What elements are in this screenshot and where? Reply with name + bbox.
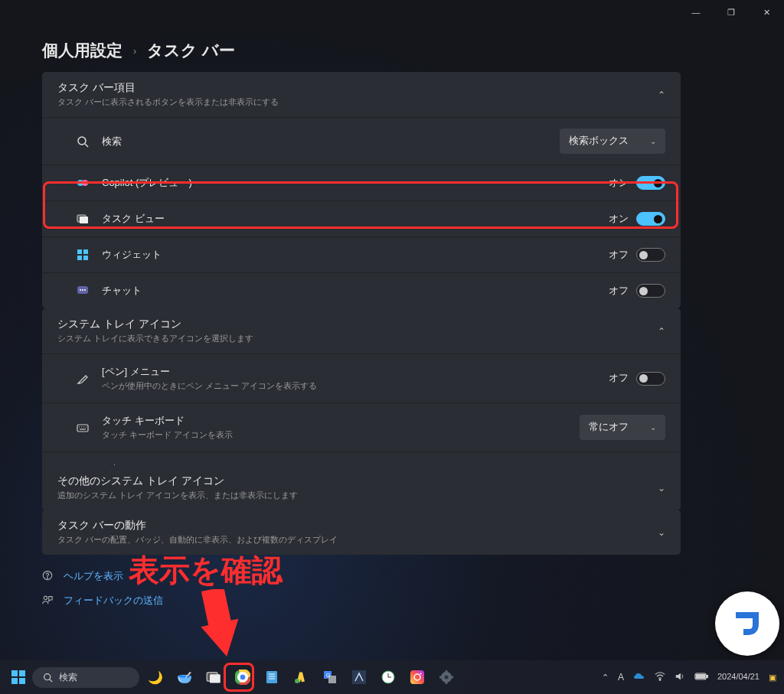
taskbar-instagram-icon[interactable] [404,664,430,690]
chevron-up-icon: ⌃ [658,326,665,337]
chevron-down-icon: ⌄ [650,137,656,145]
svg-rect-54 [410,670,424,684]
row-pen-menu: [ペン] メニュー ペンが使用中のときにペン メニュー アイコンを表示する オフ [42,354,681,402]
chevron-up-icon: ⌃ [658,90,665,100]
link-label: ヘルプを表示 [64,570,123,583]
close-button[interactable]: ✕ [749,0,784,24]
svg-rect-14 [77,425,88,432]
toggle-state: オン [609,213,629,226]
dropdown-label: 常にオフ [589,421,629,434]
tray-ime-icon[interactable]: A [618,672,624,683]
svg-point-0 [78,137,86,145]
maximize-button[interactable]: ❐ [714,0,749,24]
svg-rect-30 [19,678,25,684]
svg-rect-65 [706,676,707,678]
row-label: タッチ キーボード [102,414,233,428]
row-chat: チャット オフ [42,272,681,308]
copilot-icon [76,176,90,190]
svg-rect-66 [696,675,704,679]
annotation-arrow-icon [193,589,239,658]
breadcrumb-current: タスク バー [147,40,235,61]
taskview-icon [76,212,90,226]
feedback-icon [42,595,54,608]
chevron-down-icon: ⌄ [658,483,665,494]
system-tray: ⌃ A 2024/04/21 ▣ [602,670,776,684]
section-subtitle: タスク バーの配置、バッジ、自動的に非表示、および複数のディスプレイ [57,534,338,546]
breadcrumb: 個人用設定 › タスク バー [42,40,235,61]
taskbar-app-icon[interactable] [346,664,372,690]
tray-app-icon[interactable]: ▣ [769,673,776,683]
other-tray-section[interactable]: その他のシステム トレイ アイコン 追加のシステム トレイ アイコンを表示、また… [42,465,681,510]
taskbar-behavior-section[interactable]: タスク バーの動作 タスク バーの配置、バッジ、自動的に非表示、および複数のディ… [42,510,681,555]
copilot-toggle[interactable] [636,176,665,190]
taskbar-ads-icon[interactable] [288,664,314,690]
touch-keyboard-dropdown[interactable]: 常にオフ ⌄ [580,415,665,440]
taskbar-settings-icon[interactable] [433,664,459,690]
toggle-state: オフ [609,372,629,385]
row-taskview: タスク ビュー オン [42,200,681,236]
toggle-state: オフ [609,285,629,298]
row-copilot: Copilot (プレビュー) オン [42,165,681,200]
row-sublabel: ペンが使用中のときにペン メニュー アイコンを表示する [102,380,317,392]
section-title: その他のシステム トレイ アイコン [57,474,298,488]
start-button[interactable] [8,666,29,688]
svg-point-31 [44,673,51,679]
pen-icon [76,372,90,386]
svg-rect-27 [11,670,18,676]
taskbar-items-header[interactable]: タスク バー項目 タスク バーに表示されるボタンを表示または非表示にする ⌃ [42,72,681,117]
taskbar-translate-icon[interactable]: G [317,664,343,690]
section-title: システム トレイ アイコン [57,318,253,331]
tray-clock[interactable]: 2024/04/21 [717,672,760,682]
tray-wifi-icon[interactable] [655,671,665,683]
taskview-toggle[interactable] [636,212,665,226]
svg-point-45 [295,679,299,683]
tray-battery-icon[interactable] [694,672,708,683]
taskbar-bowl-icon[interactable]: 🥣 [172,664,198,690]
help-link[interactable]: ヘルプを表示 [42,570,123,583]
window-controls: — ❐ ✕ [678,0,784,24]
svg-point-56 [420,673,422,675]
taskbar: 検索 🌙 🥣 G ⌃ A [0,660,784,694]
svg-point-58 [445,676,449,679]
svg-rect-6 [77,249,82,254]
row-sublabel: タッチ キーボード アイコンを表示 [102,429,233,441]
svg-line-1 [85,144,88,147]
help-icon [42,570,54,583]
chat-toggle[interactable] [636,284,665,298]
row-search: 検索 検索ボックス ⌄ [42,117,681,165]
section-subtitle: タスク バーに表示されるボタンを表示または非表示にする [57,96,279,108]
row-touch-keyboard: タッチ キーボード タッチ キーボード アイコンを表示 常にオフ ⌄ [42,402,681,451]
taskbar-taskview-icon[interactable] [201,664,227,690]
minimize-button[interactable]: — [678,0,714,24]
row-label: ウィジェット [102,248,162,262]
chevron-down-icon: ⌄ [658,527,665,538]
svg-rect-34 [210,674,220,683]
svg-point-25 [47,578,47,578]
row-label: [ペン] メニュー [102,365,317,379]
row-label: チャット [102,284,142,298]
chevron-right-icon: › [133,45,136,57]
system-tray-header[interactable]: システム トレイ アイコン システム トレイに表示できるアイコンを選択します ⌃ [42,308,681,354]
breadcrumb-parent[interactable]: 個人用設定 [42,40,122,61]
tray-overflow-icon[interactable]: ⌃ [602,673,609,683]
tray-onedrive-icon[interactable] [633,670,645,684]
svg-point-63 [659,679,661,681]
svg-text:G: G [326,673,330,678]
svg-marker-23 [194,589,239,658]
pen-toggle[interactable] [636,372,665,386]
taskbar-search[interactable]: 検索 [32,667,139,688]
search-dropdown[interactable]: 検索ボックス ⌄ [560,129,665,154]
taskbar-weather-icon[interactable]: 🌙 [142,664,168,690]
tray-volume-icon[interactable] [675,671,685,683]
taskbar-clock-icon[interactable] [375,664,401,690]
taskbar-notepad-icon[interactable] [259,664,285,690]
svg-rect-8 [77,256,82,260]
row-label: Copilot (プレビュー) [102,176,192,190]
svg-point-12 [82,289,83,291]
section-subtitle: システム トレイに表示できるアイコンを選択します [57,333,253,344]
svg-rect-7 [83,249,88,254]
widgets-toggle[interactable] [636,248,665,262]
svg-rect-29 [11,678,18,684]
svg-point-3 [82,180,88,186]
feedback-link[interactable]: フィードバックの送信 [42,595,163,608]
